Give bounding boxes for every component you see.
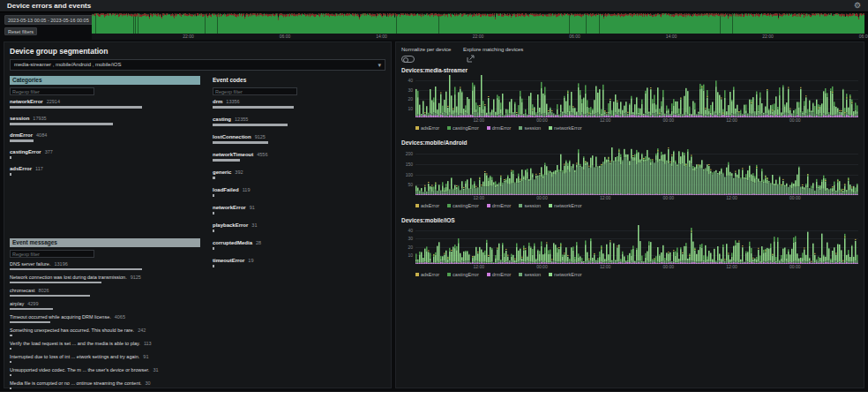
legend-item[interactable]: adsError — [415, 272, 439, 277]
item-count: 31 — [251, 222, 257, 228]
overview-x-axis: 22:0006:0014:0022:0006:0014:0022:0006:00 — [92, 34, 864, 40]
device-chart: Devices:mobile/Android2001501005012:0000… — [401, 139, 858, 208]
list-item[interactable]: DNS server failure.13196 — [10, 261, 274, 270]
event-codes-header[interactable]: Event codes — [213, 76, 387, 85]
list-item[interactable]: lostConnection9125 — [213, 134, 387, 144]
list-item[interactable]: Timeout occurred while acquiring DRM lic… — [10, 314, 274, 323]
list-item-line: generic392 — [213, 169, 387, 175]
y-tick-label: 30 — [401, 236, 413, 241]
legend-item[interactable]: session — [519, 203, 541, 208]
list-item[interactable]: Something unexpected has occurred. This … — [10, 327, 274, 336]
categories-filter-input[interactable] — [10, 87, 94, 95]
chart-title: Devices:mobile/Android — [401, 139, 858, 146]
item-label: networkError — [213, 205, 246, 210]
legend-item[interactable]: drmError — [487, 203, 512, 208]
item-label: DNS server failure. — [10, 261, 50, 267]
categories-header[interactable]: Categories — [10, 76, 200, 85]
chart-legend: adsErrorcastingErrordrmErrorsessionnetwo… — [415, 203, 858, 208]
x-tick-label: 12:00 — [600, 117, 611, 123]
item-count: 377 — [45, 149, 53, 154]
list-item[interactable]: airplay4299 — [10, 301, 274, 310]
gear-icon[interactable]: ⚙ — [854, 2, 861, 10]
device-chart: Devices:mobile/iOS4030201012:0000:0012:0… — [401, 217, 858, 277]
device-chart: Devices:media-streamer4030201012:0000:00… — [401, 67, 858, 131]
event-messages-header[interactable]: Event messages — [10, 238, 200, 247]
list-item[interactable]: castingError377 — [10, 149, 200, 159]
legend-item[interactable]: castingError — [447, 272, 479, 277]
event-messages-filter-input[interactable] — [10, 250, 94, 258]
x-tick-label: 12:00 — [726, 264, 737, 269]
list-item[interactable]: networkError91 — [213, 205, 387, 215]
item-label: Verify the load request is set ... and t… — [10, 341, 140, 346]
x-tick-label: 22:00 — [473, 34, 484, 39]
chart-canvas[interactable] — [415, 75, 858, 117]
chart-canvas[interactable] — [415, 147, 858, 195]
list-item[interactable]: generic392 — [213, 169, 387, 179]
legend-item[interactable]: networkError — [549, 272, 581, 277]
item-count: 17935 — [33, 116, 46, 121]
item-label: lostConnection — [213, 134, 251, 139]
item-label: session — [10, 116, 29, 121]
list-item[interactable]: networkError22914 — [10, 99, 200, 109]
list-item[interactable]: drmError4084 — [10, 132, 200, 142]
overview-timeline-chart[interactable] — [92, 13, 864, 34]
legend-item[interactable]: networkError — [549, 125, 581, 131]
legend-item[interactable]: session — [519, 272, 541, 277]
item-count: 8026 — [38, 288, 49, 293]
list-item[interactable]: networkTimeout4556 — [213, 152, 387, 162]
legend-item[interactable]: drmError — [487, 272, 512, 277]
chevron-down-icon: ▾ — [378, 60, 381, 70]
external-link-icon[interactable] — [467, 55, 475, 63]
x-tick-label: 00:00 — [536, 195, 548, 200]
list-item[interactable]: casting12355 — [213, 117, 387, 126]
legend-item[interactable]: adsError — [415, 203, 439, 208]
item-count: 91 — [143, 354, 148, 359]
legend-item[interactable]: adsError — [415, 125, 439, 131]
date-range-button[interactable]: 2023-05-13 00:05 - 2023-05-16 00:05 — [4, 15, 93, 25]
item-bar — [10, 308, 53, 310]
item-label: Unsupported video codec. The m ... the u… — [10, 367, 149, 373]
list-item[interactable]: drm13356 — [213, 99, 387, 109]
list-item[interactable]: Media file is corrupted or no ... ontinu… — [10, 380, 274, 389]
item-bar — [10, 374, 11, 376]
list-item-line: session17935 — [10, 116, 200, 121]
event-codes-filter-input[interactable] — [213, 87, 297, 95]
y-tick-label: 10 — [401, 252, 413, 258]
list-item-line: networkError22914 — [10, 99, 200, 104]
legend-item[interactable]: session — [519, 125, 541, 131]
x-tick-label: 06:00 — [569, 34, 580, 39]
list-item[interactable]: Unsupported video codec. The m ... the u… — [10, 367, 274, 376]
session-swatch-icon — [519, 126, 522, 130]
legend-item[interactable]: castingError — [447, 125, 479, 131]
legend-item[interactable]: networkError — [549, 203, 581, 208]
list-item[interactable]: loadFailed119 — [213, 187, 387, 197]
castingError-swatch-icon — [447, 126, 451, 130]
adsError-swatch-icon — [415, 204, 419, 207]
reset-filters-button[interactable]: Reset filters — [4, 27, 37, 35]
x-tick-label: 14:00 — [666, 34, 677, 39]
list-item[interactable]: playbackError31 — [213, 222, 387, 232]
list-item[interactable]: Interrupted due to loss of int ... etwor… — [10, 354, 274, 363]
item-label: Timeout occurred while acquiring DRM lic… — [10, 314, 111, 320]
item-bar — [213, 124, 288, 126]
normalize-toggle-icon[interactable] — [401, 56, 415, 63]
list-item-line: Media file is corrupted or no ... ontinu… — [10, 380, 274, 386]
legend-label: session — [524, 125, 541, 131]
x-tick-label: 00:00 — [789, 117, 801, 123]
list-item[interactable]: session17935 — [10, 116, 200, 125]
list-item[interactable]: Verify the load request is set ... and t… — [10, 341, 274, 350]
item-label: drm — [213, 99, 222, 104]
list-item[interactable]: adsError117 — [10, 166, 200, 176]
legend-item[interactable]: drmError — [487, 125, 512, 131]
list-item[interactable]: Network connection was lost during data … — [10, 275, 274, 283]
chart-title: Devices:media-streamer — [401, 67, 858, 73]
castingError-swatch-icon — [447, 204, 451, 207]
categories-list: networkError22914session17935drmError408… — [10, 99, 200, 176]
legend-item[interactable]: castingError — [447, 203, 479, 208]
chart-canvas[interactable] — [415, 225, 858, 264]
device-group-select[interactable]: media-streamer , mobile/Android , mobile… — [10, 59, 385, 71]
list-item[interactable]: chromecast8026 — [10, 288, 274, 297]
drmError-swatch-icon — [487, 126, 490, 130]
item-bar — [10, 123, 113, 125]
item-bar — [213, 194, 214, 197]
